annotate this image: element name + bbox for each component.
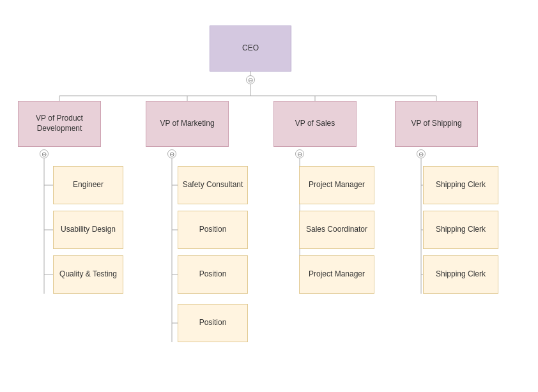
org-chart: CEO ⊖ VP of Product Development ⊖ Engine… [0,0,538,392]
shipping-clerk-3-node: Shipping Clerk [423,255,498,294]
vp-product-collapse-btn[interactable]: ⊖ [40,149,49,158]
vp-shipping-node: VP of Shipping [395,101,478,147]
shipping-clerk-1-node: Shipping Clerk [423,166,498,204]
vp-product-label: VP of Product Development [22,114,96,133]
vp-marketing-collapse-icon: ⊖ [169,151,174,158]
vp-shipping-collapse-btn[interactable]: ⊖ [417,149,426,158]
ceo-node: CEO [210,26,291,72]
ceo-collapse-btn[interactable]: ⊖ [246,75,255,84]
marketing-position-3-node: Position [178,304,248,342]
marketing-position-1-node: Position [178,211,248,249]
engineer-node: Engineer [53,166,123,204]
vp-product-node: VP of Product Development [18,101,101,147]
vp-marketing-node: VP of Marketing [146,101,229,147]
marketing-position-2-node: Position [178,255,248,294]
vp-marketing-label: VP of Marketing [160,119,214,129]
safety-consultant-node: Safety Consultant [178,166,248,204]
sales-coordinator-node: Sales Coordinator [299,211,374,249]
usability-design-node: Usability Design [53,211,123,249]
vp-sales-node: VP of Sales [273,101,357,147]
quality-testing-node: Quality & Testing [53,255,123,294]
vp-marketing-collapse-btn[interactable]: ⊖ [167,149,176,158]
project-manager-2-node: Project Manager [299,255,374,294]
shipping-clerk-2-node: Shipping Clerk [423,211,498,249]
vp-shipping-collapse-icon: ⊖ [419,151,424,158]
vp-shipping-label: VP of Shipping [411,119,461,129]
vp-sales-collapse-icon: ⊖ [297,151,302,158]
vp-product-collapse-icon: ⊖ [42,151,47,158]
vp-sales-collapse-btn[interactable]: ⊖ [295,149,304,158]
ceo-collapse-icon: ⊖ [248,77,253,84]
project-manager-1-node: Project Manager [299,166,374,204]
vp-sales-label: VP of Sales [295,119,335,129]
ceo-label: CEO [242,43,259,54]
